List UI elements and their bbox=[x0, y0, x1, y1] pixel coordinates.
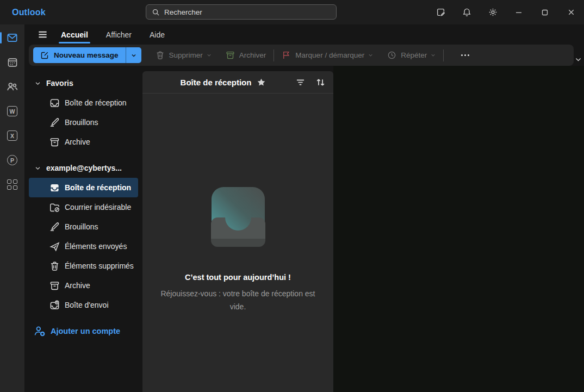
new-message-label: Nouveau message bbox=[54, 51, 119, 59]
folder-item-drafts-favorite[interactable]: Brouillons bbox=[29, 113, 138, 132]
flag-button[interactable]: Marquer / démarquer bbox=[282, 51, 373, 60]
snooze-button[interactable]: Répéter bbox=[387, 51, 436, 60]
archive-icon bbox=[226, 51, 235, 60]
minimize-button[interactable] bbox=[506, 0, 532, 24]
hamburger-menu-icon[interactable] bbox=[34, 24, 51, 45]
junk-folder-icon bbox=[49, 202, 60, 213]
rail-item-excel[interactable]: X bbox=[0, 123, 24, 148]
rail-item-apps[interactable] bbox=[0, 172, 24, 197]
chevron-down-icon bbox=[35, 80, 41, 86]
account-section-header[interactable]: example@cybertys... bbox=[24, 158, 142, 178]
archive-icon bbox=[49, 280, 60, 291]
folder-item-archive[interactable]: Archive bbox=[29, 276, 138, 295]
reading-pane bbox=[333, 66, 584, 392]
outlook-window: Outlook bbox=[0, 0, 584, 392]
chevron-down-icon bbox=[35, 165, 41, 171]
add-account-button[interactable]: Ajouter un compte bbox=[24, 321, 142, 341]
titlebar: Outlook bbox=[0, 0, 584, 24]
chevron-down-icon bbox=[368, 53, 373, 58]
folder-item-inbox-favorite[interactable]: Boîte de réception bbox=[29, 93, 138, 113]
main-region: Accueil Afficher Aide Nouveau message bbox=[24, 24, 584, 392]
rail-item-powerpoint[interactable]: P bbox=[0, 148, 24, 172]
trash-icon bbox=[49, 260, 60, 271]
inbox-icon bbox=[49, 182, 60, 193]
drafts-icon bbox=[49, 221, 60, 232]
compose-icon bbox=[40, 51, 49, 60]
apps-icon bbox=[7, 179, 17, 190]
inbox-icon bbox=[49, 97, 60, 108]
more-options-icon[interactable] bbox=[458, 54, 473, 56]
archive-button[interactable]: Archiver bbox=[226, 51, 266, 60]
folder-item-outbox[interactable]: Boîte d'envoi bbox=[29, 295, 138, 315]
message-list-pane: Boîte de réception bbox=[142, 71, 333, 392]
toolbar-separator bbox=[443, 49, 444, 61]
tab-aide[interactable]: Aide bbox=[148, 24, 166, 45]
app-logo: Outlook bbox=[12, 0, 46, 24]
rail-item-calendar[interactable] bbox=[0, 50, 24, 74]
search-icon bbox=[152, 8, 160, 16]
calendar-icon bbox=[7, 57, 18, 68]
folder-item-archive-favorite[interactable]: Archive bbox=[29, 132, 138, 152]
delete-button[interactable]: Supprimer bbox=[156, 51, 212, 60]
outbox-icon bbox=[49, 300, 60, 310]
empty-inbox-illustration bbox=[200, 183, 276, 251]
search-box[interactable] bbox=[146, 4, 337, 20]
mail-icon bbox=[7, 32, 18, 43]
ribbon-toolbar: Nouveau message Supprimer bbox=[29, 45, 574, 66]
toolbar-separator bbox=[274, 49, 274, 61]
message-list-title: Boîte de réception bbox=[181, 78, 252, 87]
new-message-dropdown[interactable] bbox=[126, 47, 141, 63]
person-add-icon bbox=[34, 325, 46, 337]
folder-item-inbox[interactable]: Boîte de réception bbox=[29, 178, 138, 197]
app-rail: W X P bbox=[0, 24, 24, 392]
chevron-down-icon bbox=[207, 53, 212, 58]
flag-icon bbox=[282, 51, 291, 60]
rail-item-word[interactable]: W bbox=[0, 99, 24, 123]
word-icon: W bbox=[7, 106, 17, 116]
sort-icon[interactable] bbox=[315, 77, 326, 88]
folder-item-sent[interactable]: Éléments envoyés bbox=[29, 237, 138, 256]
new-message-button[interactable]: Nouveau message bbox=[33, 47, 141, 63]
archive-icon bbox=[49, 136, 60, 147]
empty-state-subtitle: Réjouissez-vous : votre boîte de récepti… bbox=[157, 287, 320, 313]
trash-icon bbox=[156, 51, 165, 60]
folder-item-drafts[interactable]: Brouillons bbox=[29, 217, 138, 237]
tab-afficher[interactable]: Afficher bbox=[105, 24, 133, 45]
titlebar-actions bbox=[427, 0, 584, 24]
sent-icon bbox=[49, 241, 60, 252]
account-name: example@cybertys... bbox=[46, 164, 122, 172]
tab-accueil[interactable]: Accueil bbox=[60, 24, 89, 45]
empty-state: C’est tout pour aujourd’hui ! Réjouissez… bbox=[142, 183, 333, 313]
chevron-down-icon bbox=[431, 53, 436, 58]
collapse-ribbon-icon[interactable] bbox=[575, 56, 582, 63]
settings-icon[interactable] bbox=[480, 0, 506, 24]
excel-icon: X bbox=[7, 130, 17, 141]
people-icon bbox=[7, 81, 18, 92]
notes-icon[interactable] bbox=[427, 0, 453, 24]
folder-item-deleted[interactable]: Éléments supprimés bbox=[29, 256, 138, 276]
rail-item-mail[interactable] bbox=[0, 26, 24, 50]
maximize-button[interactable] bbox=[532, 0, 558, 24]
favorite-star-icon[interactable] bbox=[257, 78, 266, 87]
bell-icon[interactable] bbox=[453, 0, 480, 24]
folder-item-junk[interactable]: Courrier indésirable bbox=[29, 197, 138, 217]
favorites-section-header[interactable]: Favoris bbox=[24, 73, 142, 93]
powerpoint-icon: P bbox=[7, 155, 17, 165]
ribbon-tabs: Accueil Afficher Aide bbox=[24, 24, 584, 45]
rail-item-people[interactable] bbox=[0, 74, 24, 99]
empty-state-title: C’est tout pour aujourd’hui ! bbox=[185, 273, 291, 282]
close-button[interactable] bbox=[558, 0, 584, 24]
filter-icon[interactable] bbox=[295, 77, 306, 88]
clock-icon bbox=[387, 51, 396, 60]
folder-pane: Favoris Boîte de réception bbox=[24, 66, 142, 392]
message-list-header: Boîte de réception bbox=[142, 71, 333, 94]
drafts-icon bbox=[49, 117, 60, 128]
search-input[interactable] bbox=[164, 8, 331, 16]
